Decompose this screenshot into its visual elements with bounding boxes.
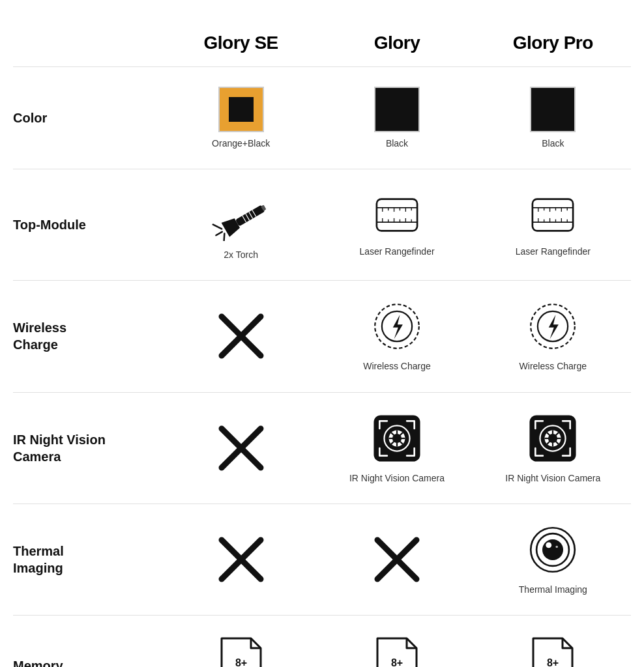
caption-wireless-pro: Wireless Charge: [520, 360, 587, 372]
swatch-black-pro: [530, 87, 576, 132]
ir-camera-icon-glory: [371, 412, 423, 467]
svg-rect-24: [533, 199, 573, 231]
caption-wireless-glory: Wireless Charge: [363, 360, 430, 372]
label-color: Color: [13, 109, 163, 126]
comparison-table: Glory SE Glory Glory Pro Color Orange+Bl…: [0, 0, 644, 667]
header-row: Glory SE Glory Glory Pro: [13, 20, 631, 60]
svg-line-1: [216, 232, 222, 235]
caption-module-pro: Laser Rangefinder: [516, 246, 591, 257]
cell-thermal-pro: Thermal Imaging: [475, 517, 631, 602]
cell-module-se: 2x Torch: [163, 182, 319, 267]
caption-module-glory: Laser Rangefinder: [359, 246, 434, 257]
cell-color-se: Orange+Black: [163, 80, 319, 156]
memory-icon-glory: 8+ 256GB: [371, 635, 423, 667]
label-memory: Memory: [13, 657, 163, 667]
caption-ir-pro: IR Night Vision Camera: [505, 472, 600, 484]
cell-memory-se: 8+ 128GB: [163, 629, 319, 667]
svg-point-78: [546, 542, 552, 548]
swatch-black-glory: [374, 87, 420, 132]
cell-memory-glory: 8+ 256GB: [319, 629, 475, 667]
row-wireless: WirelessCharge Wireless Cha: [13, 280, 631, 391]
cell-color-pro: Black: [475, 80, 631, 156]
cell-module-glory: Laser Rangefinder: [319, 186, 475, 264]
label-wireless: WirelessCharge: [13, 319, 163, 353]
cell-thermal-glory: [319, 527, 475, 592]
torch-icon: [209, 189, 274, 244]
caption-ir-glory: IR Night Vision Camera: [349, 472, 445, 484]
label-thermal: ThermalImaging: [13, 543, 163, 576]
rangefinder-icon-pro: [527, 192, 579, 240]
cell-ir-glory: IR Night Vision Camera: [319, 406, 475, 490]
thermal-icon-pro: [527, 524, 579, 578]
row-thermal: ThermalImaging: [13, 504, 631, 615]
memory-icon-se: 8+ 128GB: [215, 635, 267, 667]
cell-wireless-se: [163, 304, 319, 369]
caption-color-pro: Black: [542, 137, 564, 149]
svg-text:8+: 8+: [547, 657, 559, 667]
ir-camera-icon-pro: [527, 412, 579, 467]
wireless-icon-glory: [371, 300, 423, 355]
svg-text:8+: 8+: [235, 657, 247, 667]
row-color: Color Orange+Black Black Black: [13, 66, 631, 169]
x-mark-thermal-glory: [371, 533, 423, 586]
cell-ir-pro: IR Night Vision Camera: [475, 406, 631, 490]
cell-wireless-glory: Wireless Charge: [319, 294, 475, 378]
row-memory: Memory 8+ 128GB 8+: [13, 615, 631, 667]
header-glory: Glory: [319, 20, 475, 60]
svg-rect-9: [377, 199, 417, 231]
cell-wireless-pro: Wireless Charge: [475, 294, 631, 378]
rangefinder-icon-glory: [371, 192, 423, 240]
cell-ir-se: [163, 416, 319, 481]
wireless-icon-pro: [527, 300, 579, 355]
memory-icon-pro: 8+ 256GB: [527, 635, 579, 667]
row-ir-camera: IR Night VisionCamera: [13, 392, 631, 504]
caption-module-se: 2x Torch: [224, 249, 258, 261]
caption-color-glory: Black: [386, 137, 408, 149]
swatch-orange-black: [218, 87, 264, 132]
header-empty: [13, 20, 163, 60]
cell-color-glory: Black: [319, 80, 475, 156]
header-glory-se: Glory SE: [163, 20, 319, 60]
x-mark-ir-se: [215, 422, 267, 474]
label-ir-camera: IR Night VisionCamera: [13, 431, 163, 465]
cell-memory-pro: 8+ 256GB: [475, 629, 631, 667]
cell-module-pro: Laser Rangefinder: [475, 186, 631, 264]
x-mark-wireless-se: [215, 310, 267, 362]
svg-text:8+: 8+: [391, 657, 403, 667]
label-top-module: Top-Module: [13, 216, 163, 233]
cell-thermal-se: [163, 527, 319, 592]
svg-point-79: [556, 546, 559, 548]
x-mark-thermal-se: [215, 533, 267, 586]
svg-line-2: [220, 234, 228, 241]
row-top-module: Top-Module: [13, 169, 631, 280]
caption-color-se: Orange+Black: [212, 137, 270, 149]
svg-point-77: [542, 539, 563, 560]
svg-rect-3: [235, 205, 265, 227]
caption-thermal-pro: Thermal Imaging: [519, 584, 587, 595]
header-glory-pro: Glory Pro: [475, 20, 631, 60]
svg-line-0: [212, 222, 221, 232]
